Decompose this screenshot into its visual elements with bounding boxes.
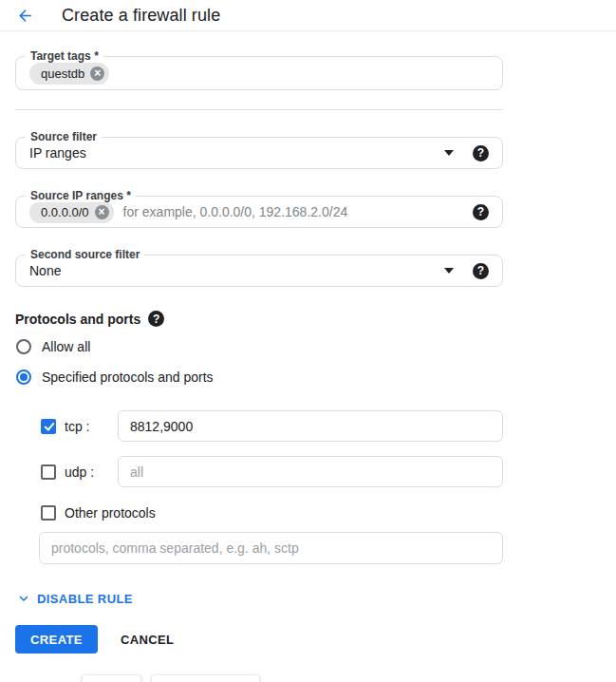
second-source-filter-select[interactable]: Second source filter None ? (15, 255, 503, 287)
radio-button-selected-icon[interactable] (16, 369, 31, 385)
tcp-row: tcp : (41, 410, 503, 442)
tcp-ports-input[interactable] (118, 410, 503, 442)
close-circle-icon[interactable]: × (95, 205, 109, 219)
radio-allow-all[interactable]: Allow all (16, 336, 503, 357)
cancel-button[interactable]: CANCEL (121, 633, 175, 647)
other-protocols-label: Other protocols (65, 505, 156, 521)
other-protocols-input[interactable] (39, 532, 503, 564)
udp-row: udp : (41, 456, 503, 487)
create-firewall-rule-page: Create a firewall rule Target tags * que… (0, 0, 616, 682)
disable-rule-toggle[interactable]: DISABLE RULE (15, 590, 133, 607)
chip-text: 0.0.0.0/0 (41, 205, 89, 219)
form-actions: CREATE CANCEL (15, 625, 503, 654)
source-filter-value: IP ranges (29, 145, 86, 161)
target-tag-chip: questdb × (29, 63, 109, 85)
second-source-filter-label: Second source filter (26, 248, 144, 261)
udp-label: udp : (65, 464, 118, 480)
create-button[interactable]: CREATE (15, 625, 98, 654)
tcp-checkbox[interactable] (41, 419, 56, 434)
arrow-back-icon (16, 7, 34, 25)
radio-allow-all-label: Allow all (42, 339, 90, 354)
target-tags-field[interactable]: Target tags * questdb × (15, 56, 503, 90)
other-protocols-row: Other protocols (41, 505, 503, 521)
udp-checkbox[interactable] (41, 464, 56, 480)
equivalent-rest-button[interactable]: REST (82, 674, 141, 682)
help-icon[interactable]: ? (473, 204, 489, 220)
source-ip-ranges-field[interactable]: Source IP ranges * 0.0.0.0/0 × for examp… (15, 196, 503, 228)
source-filter-label: Source filter (26, 130, 102, 143)
help-icon[interactable]: ? (148, 311, 164, 327)
target-tags-label: Target tags * (26, 49, 103, 63)
help-icon[interactable]: ? (473, 145, 489, 161)
protocols-heading-text: Protocols and ports (15, 312, 140, 327)
equivalent-row: Equivalent: REST command line (15, 674, 503, 682)
chevron-down-icon (15, 590, 32, 607)
page-header: Create a firewall rule (0, 0, 616, 31)
close-circle-icon[interactable]: × (90, 66, 104, 81)
source-ip-placeholder: for example, 0.0.0.0/0, 192.168.2.0/24 (123, 204, 348, 219)
radio-specified-protocols[interactable]: Specified protocols and ports (16, 367, 503, 388)
radio-button-icon[interactable] (16, 339, 31, 354)
udp-ports-input[interactable] (118, 456, 503, 487)
form-content: Target tags * questdb × Source filter IP… (0, 56, 616, 682)
other-protocols-checkbox[interactable] (41, 505, 56, 521)
radio-specified-label: Specified protocols and ports (42, 369, 214, 385)
source-ip-ranges-label: Source IP ranges * (26, 189, 136, 202)
source-ip-chip: 0.0.0.0/0 × (29, 201, 114, 223)
page-title: Create a firewall rule (62, 6, 220, 26)
section-divider (15, 109, 503, 110)
help-icon[interactable]: ? (473, 263, 489, 279)
second-source-filter-value: None (29, 263, 61, 278)
chevron-down-icon[interactable] (444, 268, 454, 274)
equivalent-command-line-button[interactable]: command line (151, 674, 260, 682)
chevron-down-icon[interactable] (444, 150, 454, 156)
disable-rule-label: DISABLE RULE (37, 592, 133, 606)
chip-text: questdb (41, 66, 84, 81)
tcp-label: tcp : (65, 419, 118, 434)
protocols-and-ports-heading: Protocols and ports ? (15, 311, 503, 327)
source-filter-select[interactable]: Source filter IP ranges ? (15, 137, 503, 169)
back-button[interactable] (13, 4, 36, 27)
